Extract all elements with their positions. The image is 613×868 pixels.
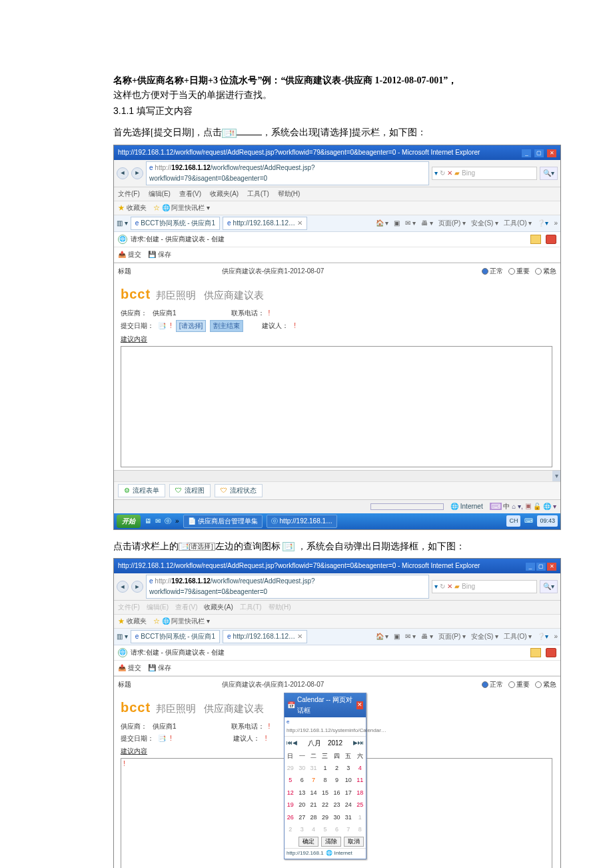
nav-fwd-button[interactable]: ► xyxy=(131,167,143,179)
calendar-day[interactable]: 19 xyxy=(285,799,296,811)
urgency-urgent[interactable]: 紧急 xyxy=(535,266,556,277)
calendar-day[interactable]: 4 xyxy=(354,762,366,774)
fav-item[interactable]: 🌐 xyxy=(162,204,170,211)
content-textarea[interactable] xyxy=(121,346,552,467)
calendar-day[interactable]: 27 xyxy=(296,811,307,823)
search-go-button[interactable]: 🔍▾ xyxy=(540,167,558,180)
calendar-day[interactable]: 15 xyxy=(319,787,330,799)
tab-status[interactable]: 🛡流程状态 xyxy=(215,484,263,497)
calendar-day[interactable]: 30 xyxy=(296,762,307,774)
maximize-button[interactable]: ▢ xyxy=(534,149,544,157)
calendar-day[interactable]: 3 xyxy=(342,762,354,774)
calendar-day[interactable]: 7 xyxy=(342,823,354,835)
tool-page-dd[interactable]: 页面(P) ▾ xyxy=(438,218,466,229)
calendar-day[interactable]: 26 xyxy=(285,811,296,823)
calendar-day[interactable]: 20 xyxy=(296,799,307,811)
tool-help-icon[interactable]: ❔▾ xyxy=(537,218,548,229)
calendar-day[interactable]: 8 xyxy=(319,774,330,786)
cal-cancel-button[interactable]: 取消 xyxy=(344,837,364,847)
tray-ime-icon[interactable]: ⌨ xyxy=(524,516,533,525)
cal-prev-year[interactable]: ⏮ xyxy=(287,738,293,747)
cal-next-year[interactable]: ⏭ xyxy=(358,738,364,747)
calendar-day[interactable]: 1 xyxy=(354,811,366,823)
calendar-day[interactable]: 17 xyxy=(342,787,354,799)
tool-print-icon[interactable]: 🖶 ▾ xyxy=(421,218,433,229)
menu-fav[interactable]: 收藏夹(A) xyxy=(210,190,239,197)
menu-help[interactable]: 帮助(H) xyxy=(278,190,301,197)
menu-view[interactable]: 查看(V) xyxy=(179,190,201,197)
calendar-close-button[interactable]: ✕ xyxy=(356,701,363,709)
reqline-btn-1[interactable] xyxy=(530,235,541,244)
save-action[interactable]: 💾 保存 xyxy=(148,249,171,260)
ql-ie-icon[interactable]: ⓔ xyxy=(165,516,171,527)
tab-bcct[interactable]: eBCCT协同系统 - 供应商1 xyxy=(131,217,220,230)
address-input[interactable]: e http://http://192.168.1.12/workflow/re… xyxy=(146,161,429,185)
calendar-day[interactable]: 3 xyxy=(296,823,307,835)
calendar-day[interactable]: 2 xyxy=(331,762,342,774)
date-reqsel[interactable]: [请选择] xyxy=(176,320,207,332)
tool-tool-dd[interactable]: 工具(O) ▾ xyxy=(504,218,532,229)
calendar-day[interactable]: 5 xyxy=(285,774,296,786)
calendar-day[interactable]: 6 xyxy=(296,774,307,786)
ql-mail-icon[interactable]: ✉ xyxy=(155,516,161,527)
urgency-important[interactable]: 重要 xyxy=(508,266,530,277)
tool-mail-icon[interactable]: ✉ ▾ xyxy=(405,218,416,229)
calendar-day[interactable]: 31 xyxy=(342,811,354,823)
ime-bubble[interactable]: CH xyxy=(506,515,520,526)
calendar-day[interactable]: 9 xyxy=(331,774,342,786)
task-app2[interactable]: ⓔhttp://192.168.1… xyxy=(267,515,338,528)
calendar-day[interactable]: 29 xyxy=(319,811,330,823)
menu-edit[interactable]: 编辑(E) xyxy=(149,190,171,197)
minimize-button[interactable]: _ xyxy=(522,149,531,157)
calendar-day[interactable]: 24 xyxy=(342,799,354,811)
calendar-day[interactable]: 12 xyxy=(285,787,296,799)
cal-clear-button[interactable]: 清除 xyxy=(321,837,341,847)
date-reqsel-btn[interactable]: 割主结束 xyxy=(210,320,243,332)
calendar-day[interactable]: 5 xyxy=(319,823,330,835)
close-button[interactable]: ✕ xyxy=(547,149,556,157)
cal-ok-button[interactable]: 确定 xyxy=(299,837,318,847)
menu-tool[interactable]: 工具(T) xyxy=(247,190,269,197)
calendar-day[interactable]: 10 xyxy=(342,774,354,786)
calendar-day[interactable]: 6 xyxy=(331,823,342,835)
calendar-day[interactable]: 14 xyxy=(308,787,319,799)
calendar-day[interactable]: 21 xyxy=(308,799,319,811)
cal-prev-month[interactable]: ◀ xyxy=(293,738,297,747)
calendar-day[interactable]: 7 xyxy=(308,774,319,786)
ql-desktop-icon[interactable]: 🖥 xyxy=(145,516,151,527)
favorites-icon[interactable]: ★ xyxy=(118,204,125,211)
tab-url[interactable]: ehttp://192.168.1.12… ✕ xyxy=(223,217,307,230)
menu-file[interactable]: 文件(F) xyxy=(118,190,140,197)
calendar-day[interactable]: 13 xyxy=(296,787,307,799)
calendar-day[interactable]: 28 xyxy=(308,811,319,823)
calendar-day[interactable]: 29 xyxy=(285,762,296,774)
calendar-day[interactable]: 8 xyxy=(354,823,366,835)
calendar-day[interactable]: 31 xyxy=(308,762,319,774)
tool-home-icon[interactable]: 🏠 ▾ xyxy=(376,218,389,229)
start-button[interactable]: 开始 xyxy=(117,515,141,528)
calendar-day[interactable]: 11 xyxy=(354,774,366,786)
stop-icon[interactable]: ✕ xyxy=(447,168,452,179)
tool-feed-icon[interactable]: ▣ xyxy=(394,218,400,229)
refresh-icon[interactable]: ↻ xyxy=(440,168,445,179)
tab-chart[interactable]: 🛡流程图 xyxy=(169,484,211,497)
tabbar-left-icon[interactable]: ▥ ▾ xyxy=(117,218,128,229)
tab-form[interactable]: ⚙流程表单 xyxy=(118,484,165,497)
calendar-day[interactable]: 18 xyxy=(354,787,366,799)
submit-action[interactable]: 📤 提交 xyxy=(118,249,141,260)
calendar-day[interactable]: 23 xyxy=(331,799,342,811)
calendar-day[interactable]: 1 xyxy=(319,762,330,774)
calendar-day[interactable]: 22 xyxy=(319,799,330,811)
calendar-day[interactable]: 2 xyxy=(285,823,296,835)
calendar-day[interactable]: 16 xyxy=(331,787,342,799)
reqline-btn-2[interactable] xyxy=(546,235,556,244)
task-app1[interactable]: 📄供应商后台管理单集 xyxy=(183,515,263,528)
calendar-day[interactable]: 30 xyxy=(331,811,342,823)
search-box[interactable]: ▾↻✕▰Bing xyxy=(432,167,537,180)
cal-next-month[interactable]: ▶ xyxy=(353,738,358,747)
calendar-day[interactable]: 4 xyxy=(308,823,319,835)
nav-back-button[interactable]: ◄ xyxy=(117,167,129,179)
date-search-icon[interactable]: 📑 xyxy=(158,321,166,331)
urgency-normal[interactable]: 正常 xyxy=(482,266,503,277)
calendar-day[interactable]: 25 xyxy=(354,799,366,811)
